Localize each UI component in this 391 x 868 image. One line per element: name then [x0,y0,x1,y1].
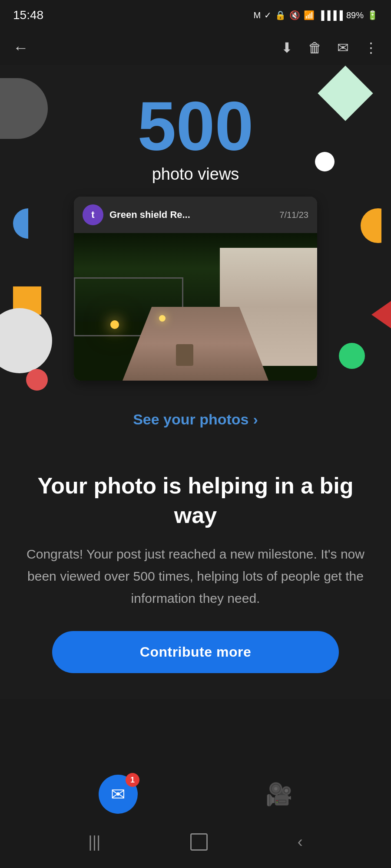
email-card: t Green shield Re... 7/11/23 [74,197,317,381]
photo-pot [176,344,193,366]
signal-icon: ▐▐▐▐ [318,10,343,20]
hero-section: 500 photo views t Green shield Re... 7/1… [0,65,391,458]
battery-label: 89% [346,10,364,20]
email-date: 7/11/23 [279,210,308,220]
info-body: Congrats! Your post just reached a new m… [26,543,365,609]
lock-icon: 🔒 [275,10,286,20]
trash-icon[interactable]: 🗑 [308,40,322,56]
mail-nav-button[interactable]: ✉ 1 [99,775,138,814]
back-button[interactable]: ← [13,39,29,57]
content-area: 500 photo views t Green shield Re... 7/1… [0,65,391,699]
home-gesture-button[interactable] [190,833,208,851]
decorative-red-triangle [371,299,391,330]
decorative-green-circle [339,343,365,369]
photo-views-count: 500 [17,91,374,161]
more-options-icon[interactable]: ⋮ [364,39,378,56]
see-photos-label[interactable]: See your photos [133,411,249,428]
info-section: Your photo is helping in a big way Congr… [0,458,391,699]
photo-scene [74,233,317,381]
system-nav-bar: ||| ‹ [0,816,391,868]
mail-icon[interactable]: ✉ [337,39,349,56]
notification-badge: 1 [126,773,139,787]
back-gesture-button[interactable]: ||| [88,833,100,851]
decorative-yellow-crescent [361,208,391,243]
check-icon: ✓ [264,10,272,20]
photo-light1 [110,320,119,329]
video-nav-icon[interactable]: 🎥 [265,782,292,807]
mail-nav-icon: ✉ [111,784,126,804]
status-bar: 15:48 M ✓ 🔒 🔇 📶 ▐▐▐▐ 89% 🔋 [0,0,391,30]
mail-status-icon: M [254,10,261,20]
decorative-white-large-circle [0,308,52,373]
nav-actions: ⬇ 🗑 ✉ ⋮ [281,39,378,56]
see-photos-chevron-icon: › [253,411,258,428]
photo-views-label: photo views [17,165,374,184]
email-photo [74,233,317,381]
decorative-blue-circle [13,208,43,239]
wifi-icon: 📶 [304,10,315,20]
contribute-more-button[interactable]: Contribute more [52,631,339,673]
email-avatar: t [83,204,103,225]
email-sender: Green shield Re... [109,209,279,220]
email-card-header: t Green shield Re... 7/11/23 [74,197,317,233]
download-icon[interactable]: ⬇ [281,39,293,56]
status-time: 15:48 [13,8,43,22]
decorative-red-semicircle [26,369,48,391]
bottom-nav-bar: ✉ 1 🎥 [0,773,391,816]
mute-icon: 🔇 [289,10,300,20]
info-title: Your photo is helping in a big way [26,471,365,530]
battery-icon: 🔋 [367,10,378,20]
photo-light2 [159,315,166,322]
nav-bar: ← ⬇ 🗑 ✉ ⋮ [0,30,391,65]
status-icons: M ✓ 🔒 🔇 📶 ▐▐▐▐ 89% 🔋 [254,10,378,20]
see-photos-link[interactable]: See your photos › [17,394,374,441]
recents-gesture-button[interactable]: ‹ [298,833,303,851]
